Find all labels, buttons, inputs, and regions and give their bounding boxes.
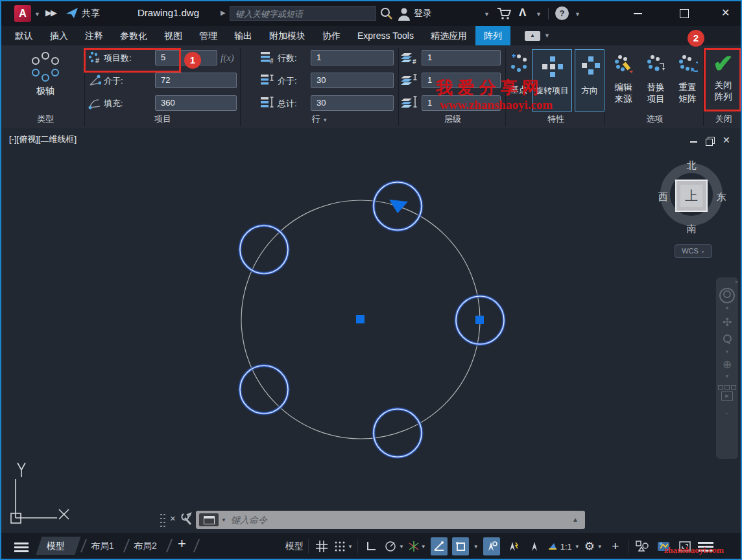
base-point-icon[interactable] [509,53,529,73]
rows-footer-caret-icon[interactable]: ▼ [322,117,328,123]
command-customize-button[interactable] [199,513,219,526]
settings-caret-icon[interactable]: ▼ [597,544,603,550]
signin-caret-icon[interactable]: ▼ [484,11,490,18]
dynamic-input-toggle[interactable] [505,537,521,555]
command-line-bar[interactable]: ▼ 键入命令 ▲ [196,511,585,529]
row-spacing-input[interactable]: 30 [311,73,394,88]
snap-caret-icon[interactable]: ▼ [348,544,353,550]
reset-array-button[interactable]: 重置 矩阵 [673,49,702,111]
row-count-input[interactable]: 1 [311,50,394,65]
autodesk-caret-icon[interactable]: ▼ [536,11,542,18]
commandbar-wrench-icon[interactable] [180,512,193,526]
wcs-dropdown[interactable]: WCS ▼ [675,244,712,258]
quick-access-expand-icon[interactable]: ▶▶ [45,8,56,18]
layout1-tab[interactable]: 布局1 [91,537,114,554]
new-layout-button[interactable]: + [178,535,186,552]
osnap-angle-toggle-on[interactable] [431,537,448,555]
viewport-controls[interactable]: [-][俯视][二维线框] [9,134,77,145]
drawing-canvas[interactable] [1,128,741,533]
tab-express-tools[interactable]: Express Tools [349,26,422,45]
tab-collaborate[interactable]: 协作 [314,26,349,45]
ribbon-collapse-button[interactable]: ▲ [525,31,540,41]
object-snap-toggle-on[interactable] [452,537,469,555]
tab-parametric[interactable]: 参数化 [112,26,156,45]
isodraft-caret-icon[interactable]: ▼ [421,544,426,550]
viewport-close-button[interactable]: ✕ [723,135,730,145]
tab-featured-apps[interactable]: 精选应用 [422,26,475,45]
help-icon[interactable]: ? [555,6,569,20]
window-maximize-button[interactable] [680,9,689,18]
replace-item-button[interactable]: 替换 项目 [641,49,671,111]
showmotion-play-icon[interactable]: ▶ [721,391,733,401]
level-count-input[interactable]: 1 [422,50,501,65]
commandbar-close-icon[interactable]: × [170,513,176,524]
ribbon-collapse-caret-icon[interactable]: ▼ [544,32,550,39]
tab-annotate[interactable]: 注释 [77,26,112,45]
cart-icon[interactable] [497,7,511,20]
showmotion-icon[interactable] [716,385,738,390]
osnap-caret-icon[interactable]: ▼ [473,544,479,550]
fx-expression-button[interactable]: f(x) [221,50,234,65]
tab-insert[interactable]: 插入 [42,26,77,45]
help-caret-icon[interactable]: ▼ [575,11,580,18]
panel-footer-rows[interactable]: 行 ▼ [241,113,398,126]
pan-icon[interactable]: ✣ [716,316,738,329]
tab-manage[interactable]: 管理 [191,26,226,45]
orbit-caret-icon[interactable]: ▼ [716,374,738,379]
object-snap-tracking-toggle-on[interactable] [483,537,500,555]
zoom-caret-icon[interactable]: ▼ [716,349,738,354]
model-paper-toggle[interactable]: 模型 [285,541,304,552]
viewport-minimize-button[interactable] [690,141,697,143]
autodesk-logo-icon[interactable]: Λ [519,6,526,19]
model-space-tab[interactable]: 模型 [47,537,65,554]
polar-array-icon[interactable] [30,52,61,83]
ortho-mode-toggle[interactable] [363,537,379,555]
layout2-tab[interactable]: 布局2 [134,537,157,554]
navigation-wheel-icon[interactable] [719,288,735,303]
snap-mode-toggle[interactable]: ▼ [335,537,353,555]
add-status-button[interactable]: + [607,537,624,555]
grid-display-toggle[interactable] [313,537,330,555]
command-expand-icon[interactable]: ▲ [572,516,579,523]
polar-button-label[interactable]: 极轴 [6,86,84,97]
viewcube-west[interactable]: 西 [650,191,676,204]
angle-between-input[interactable]: 72 [155,73,237,88]
edit-source-button[interactable]: 编辑 来源 [608,49,638,111]
tab-output[interactable]: 输出 [226,26,261,45]
viewcube-top-face[interactable]: 上 [675,180,708,212]
viewcube-south[interactable]: 南 [678,223,704,235]
viewcube-north[interactable]: 北 [678,159,704,172]
sign-in-button[interactable]: 登录 [414,8,432,19]
navbar-minus-icon[interactable]: − [716,410,738,417]
selection-cycling-toggle[interactable] [526,537,543,555]
search-icon[interactable] [380,7,393,20]
search-expand-icon[interactable]: ▶ [221,9,226,16]
tab-addins[interactable]: 附加模块 [261,26,314,45]
row-total-input[interactable]: 30 [311,95,394,111]
direction-button[interactable]: 方向 [575,49,604,111]
annotation-scale-value[interactable]: 1:1 [560,542,572,552]
zoom-icon[interactable] [716,334,738,347]
layout-menu-icon[interactable] [14,541,29,554]
autocad-app-icon[interactable]: A [14,5,31,22]
user-icon[interactable] [397,6,411,21]
search-input[interactable]: 键入关键字或短语 [230,6,376,21]
app-menu-caret-icon[interactable]: ▼ [34,11,40,18]
tab-array-active[interactable]: 阵列 [475,26,510,45]
viewport-restore-button[interactable] [706,137,715,146]
fill-angle-input[interactable]: 360 [155,95,237,111]
navigation-bar[interactable]: × ▼ ✣ ▼ ⊕ ▼ ▶ − [716,277,738,459]
isodraft-toggle[interactable]: ▼ [409,537,426,555]
isolate-objects-button[interactable] [634,537,651,555]
window-close-button[interactable]: ✕ [721,8,730,18]
command-input[interactable]: 键入命令 [231,511,267,529]
navbar-caret-icon[interactable]: ▼ [716,306,738,310]
polar-caret-icon[interactable]: ▼ [399,544,404,550]
tab-view[interactable]: 视图 [156,26,191,45]
command-caret-icon[interactable]: ▼ [221,517,226,523]
commandbar-drag-grip[interactable] [160,513,166,528]
polar-tracking-toggle[interactable]: ▼ [384,537,404,555]
window-minimize-button[interactable] [634,13,642,14]
settings-gear-icon[interactable]: ⚙ ▼ [584,537,603,555]
annotation-scale-button[interactable]: 1:1 ▼ [547,537,580,555]
